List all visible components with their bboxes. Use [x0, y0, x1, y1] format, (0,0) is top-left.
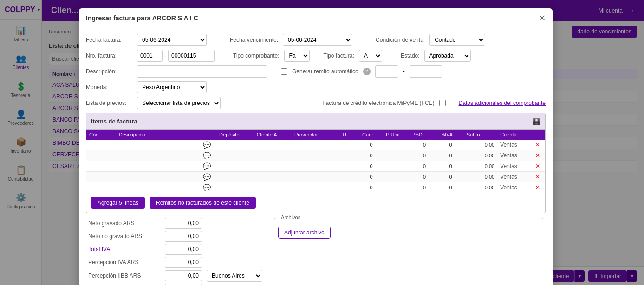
col-action	[530, 130, 545, 140]
lista-precios-label: Lista de precios:	[86, 100, 132, 106]
archivos-section: Archivos Adjuntar archivo	[274, 218, 543, 285]
chat-icon[interactable]: 💬	[203, 173, 211, 181]
item-row: 💬 0 0 0 0,00 Ventas ✕	[86, 172, 545, 182]
tipo-factura-select[interactable]: A	[359, 50, 382, 62]
add-btn-row: Agregar 5 líneas Remitos no facturados d…	[86, 193, 545, 213]
tipo-factura-label: Tipo factura:	[324, 52, 354, 59]
delete-row-icon[interactable]: ✕	[535, 184, 540, 191]
fecha-vencimiento-select[interactable]: 05-06-2024	[283, 34, 352, 46]
percepcion-iibb-input[interactable]	[165, 270, 202, 281]
col-codigo: Códi...	[86, 130, 116, 140]
col-cliente-a: Cliente A	[254, 130, 292, 140]
adjuntar-archivo-button[interactable]: Adjuntar archivo	[278, 227, 331, 239]
total-iva-input[interactable]	[165, 244, 202, 255]
col-punit: P Unit	[383, 130, 411, 140]
generar-remito-label: Generar remito automático	[292, 68, 358, 75]
nro-factura-group: -	[137, 50, 215, 62]
percepcion-iva-input[interactable]	[165, 257, 202, 268]
delete-row-icon[interactable]: ✕	[535, 163, 540, 169]
col-cant: Cant	[359, 130, 383, 140]
items-header: Items de factura ▦	[86, 113, 545, 130]
col-descripcion: Descripción	[116, 130, 197, 140]
chat-icon[interactable]: 💬	[203, 184, 211, 191]
chat-icon[interactable]: 💬	[203, 162, 211, 170]
descripcion-label: Descripción:	[86, 68, 132, 75]
delete-row-icon[interactable]: ✕	[535, 174, 540, 180]
neto-no-gravado-label: Neto no gravado ARS	[88, 233, 163, 240]
barcode-icon: ▦	[533, 116, 540, 126]
col-chat	[197, 130, 216, 140]
descripcion-input[interactable]	[137, 65, 267, 78]
estado-select[interactable]: Aprobada	[424, 50, 471, 62]
lista-precios-select[interactable]: Seleccionar lista de precios	[137, 97, 221, 109]
total-iva-link[interactable]: Total IVA	[88, 246, 163, 253]
archivos-title: Archivos	[279, 214, 302, 220]
neto-no-gravado-input[interactable]	[165, 231, 202, 242]
datos-adicionales-link[interactable]: Datos adicionales del comprobante	[459, 100, 546, 106]
delete-row-icon[interactable]: ✕	[535, 152, 540, 159]
moneda-label: Moneda:	[86, 84, 132, 91]
add-lines-button[interactable]: Agregar 5 líneas	[91, 197, 145, 209]
invoice-modal: Ingresar factura para ARCOR S A I C ✕ Fe…	[79, 8, 553, 285]
modal-header: Ingresar factura para ARCOR S A I C ✕	[79, 8, 553, 28]
fecha-factura-select[interactable]: 05-06-2024	[137, 34, 207, 46]
moneda-select[interactable]: Peso Argentino	[137, 81, 207, 93]
remitos-button[interactable]: Remitos no facturados de este cliente	[150, 197, 256, 209]
nro-factura-p2[interactable]	[168, 50, 215, 62]
tipo-comprobante-select[interactable]: Fa	[284, 50, 310, 62]
tipo-comprobante-label: Tipo comprobante:	[233, 52, 280, 59]
form-row-1: Fecha factura: 05-06-2024 Fecha vencimie…	[86, 34, 546, 46]
nro-sep: -	[164, 52, 166, 59]
item-row: 💬 0 0 0 0,00 Ventas ✕	[86, 182, 545, 193]
close-button[interactable]: ✕	[539, 14, 546, 22]
generar-remito-checkbox[interactable]	[281, 68, 287, 75]
items-title: Items de factura	[91, 118, 137, 125]
percepcion-iibb-label: Percepción IIBB ARS	[88, 272, 163, 279]
form-row-4: Moneda: Peso Argentino	[86, 81, 546, 93]
modal-title: Ingresar factura para ARCOR S A I C	[86, 14, 198, 22]
neto-no-gravado-row: Neto no gravado ARS	[88, 231, 262, 242]
item-row: 💬 0 0 0 0,00 Ventas ✕	[86, 150, 545, 161]
col-deposito: Depósito	[216, 130, 254, 140]
chat-icon[interactable]: 💬	[203, 141, 211, 149]
percepcion-iva-row: Percepción IVA ARS	[88, 257, 262, 268]
nro-factura-label: Nro. factura:	[86, 52, 132, 59]
neto-gravado-label: Neto gravado ARS	[88, 220, 163, 227]
form-row-2: Nro. factura: - Tipo comprobante: Fa Tip…	[86, 50, 546, 62]
col-u: U...	[340, 130, 359, 140]
form-row-3: Descripción: Generar remito automático ?…	[86, 65, 546, 78]
estado-label: Estado:	[401, 52, 420, 59]
items-section: Items de factura ▦ Códi... Descripción D…	[86, 113, 546, 213]
nro-factura-p1[interactable]	[137, 50, 163, 62]
percepcion-iibb-row: Percepción IIBB ARS Buenos Aires	[88, 270, 262, 282]
delete-row-icon[interactable]: ✕	[535, 142, 540, 148]
info-icon[interactable]: ?	[363, 68, 371, 75]
fecha-factura-label: Fecha factura:	[86, 37, 132, 43]
item-row: 💬 0 0 0 0,00 Ventas ✕	[86, 161, 545, 172]
condicion-venta-select[interactable]: Contado	[429, 34, 485, 46]
item-row: 💬 0 0 0 0,00 Ventas ✕	[86, 140, 545, 150]
province-select[interactable]: Buenos Aires	[207, 270, 262, 282]
percepcion-iva-label: Percepción IVA ARS	[88, 259, 163, 266]
total-iva-row: Total IVA	[88, 244, 262, 255]
neto-gravado-input[interactable]	[165, 218, 202, 229]
modal-body: Fecha factura: 05-06-2024 Fecha vencimie…	[79, 28, 553, 285]
items-table-wrap: Códi... Descripción Depósito Cliente A P…	[86, 130, 545, 193]
remito-input-1[interactable]	[375, 65, 398, 78]
bottom-area: Neto gravado ARS Neto no gravado ARS Tot…	[86, 218, 546, 285]
col-iva: %IVA	[437, 130, 463, 140]
neto-gravado-row: Neto gravado ARS	[88, 218, 262, 229]
fce-checkbox[interactable]	[439, 100, 446, 106]
col-descuento: %D...	[411, 130, 438, 140]
form-row-5: Lista de precios: Seleccionar lista de p…	[86, 97, 546, 109]
col-proveedor: Proveedor...	[292, 130, 340, 140]
condicion-venta-label: Condición de venta:	[376, 37, 425, 43]
col-cuenta: Cuenta	[497, 130, 530, 140]
fce-label: Factura de crédito electrónica MiPyME (F…	[322, 100, 434, 106]
totals-section: Neto gravado ARS Neto no gravado ARS Tot…	[88, 218, 262, 285]
remito-input-2[interactable]	[410, 65, 442, 78]
items-table: Códi... Descripción Depósito Cliente A P…	[86, 130, 545, 193]
col-subtotal: Subto...	[464, 130, 498, 140]
chat-icon[interactable]: 💬	[203, 152, 211, 159]
fecha-vencimiento-label: Fecha vencimiento:	[230, 37, 278, 43]
